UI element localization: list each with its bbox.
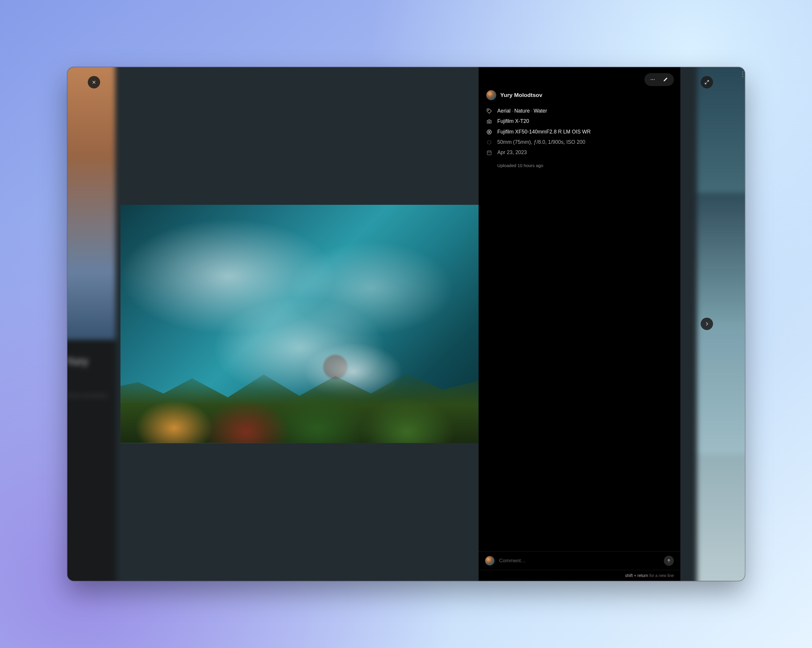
next-button[interactable]	[701, 318, 713, 330]
send-button[interactable]	[664, 556, 674, 566]
more-horizontal-icon	[650, 77, 655, 82]
right-gutter	[680, 67, 734, 581]
panel-actions	[644, 73, 674, 86]
svg-point-4	[488, 121, 490, 122]
svg-point-1	[652, 79, 653, 80]
tag-item[interactable]: Water	[534, 108, 547, 114]
author-row[interactable]: Yury Molodtsov	[486, 90, 673, 100]
hint-combo: shift + return	[625, 573, 648, 578]
tag-item[interactable]: Nature	[514, 108, 530, 114]
arrow-up-icon	[667, 558, 671, 563]
camera-row: Fujifilm X-T20	[486, 118, 673, 125]
details-panel: Yury Molodtsov Aerial·Nature·Water Fujif…	[479, 67, 680, 581]
edit-button[interactable]	[659, 73, 672, 86]
date-value: Apr 23, 2023	[498, 149, 527, 156]
uploaded-label: Uploaded 10 hours ago	[486, 163, 673, 168]
tags-value[interactable]: Aerial·Nature·Water	[498, 107, 547, 115]
chevron-right-icon	[704, 321, 710, 327]
hint-rest: for a new line	[648, 573, 674, 578]
avatar	[485, 556, 495, 565]
tag-icon	[486, 108, 492, 114]
avatar	[486, 90, 496, 100]
expand-icon	[704, 79, 710, 85]
exposure-value: 50mm (75mm), ƒ/8.0, 1/900s, ISO 200	[498, 139, 586, 146]
svg-point-3	[488, 110, 488, 110]
exposure-row: 50mm (75mm), ƒ/8.0, 1/900s, ISO 200	[486, 139, 673, 146]
comment-bar	[479, 551, 680, 570]
author-name: Yury Molodtsov	[501, 92, 542, 98]
photo-viewer[interactable]	[121, 67, 479, 581]
close-icon	[91, 79, 96, 85]
window-menu-dots-icon[interactable]	[742, 71, 743, 77]
app-window: Yury Photos Somewhere	[67, 67, 745, 581]
lens-value: Fujifilm XF50-140mmF2.8 R LM OIS WR	[498, 128, 591, 136]
more-button[interactable]	[646, 73, 659, 86]
comment-input[interactable]	[499, 558, 659, 564]
tag-item[interactable]: Aerial	[498, 108, 511, 114]
camera-icon	[486, 118, 492, 124]
date-row: Apr 23, 2023	[486, 149, 673, 156]
photo	[121, 205, 479, 443]
svg-point-2	[654, 79, 655, 80]
lightbox-overlay: Yury Molodtsov Aerial·Nature·Water Fujif…	[67, 67, 745, 581]
svg-point-0	[650, 79, 652, 80]
aperture-icon	[486, 129, 492, 135]
tags-row: Aerial·Nature·Water	[486, 107, 673, 115]
expand-button[interactable]	[701, 76, 713, 89]
svg-rect-6	[487, 151, 491, 155]
exposure-icon	[486, 139, 492, 145]
close-button[interactable]	[88, 76, 100, 89]
keyboard-hint: shift + return for a new line	[479, 570, 680, 581]
camera-value: Fujifilm X-T20	[498, 118, 529, 125]
left-gutter	[67, 67, 121, 581]
pencil-icon	[663, 77, 668, 82]
calendar-icon	[486, 150, 492, 156]
lens-row: Fujifilm XF50-140mmF2.8 R LM OIS WR	[486, 128, 673, 136]
